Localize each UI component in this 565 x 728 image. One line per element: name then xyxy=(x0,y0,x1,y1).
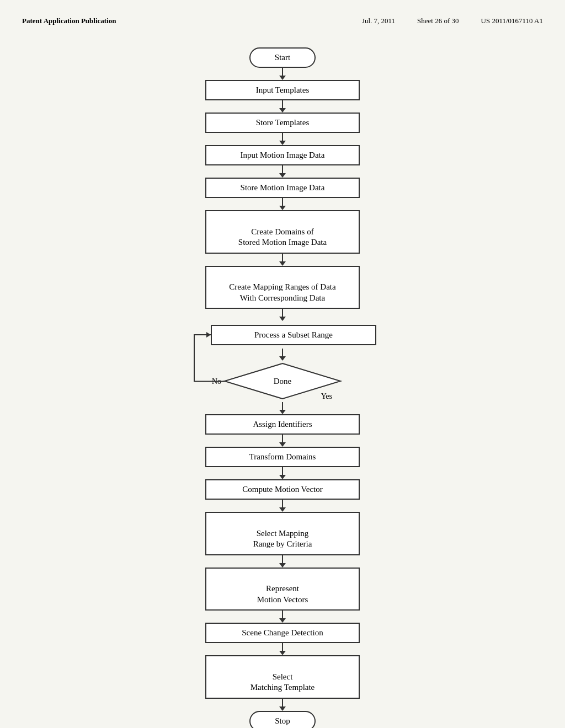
header-date: Jul. 7, 2011 xyxy=(362,17,395,25)
stop-node: Stop xyxy=(249,711,316,729)
select-mapping-node: Select MappingRange by Criteria xyxy=(205,512,360,555)
transform-domains-node: Transform Domains xyxy=(205,447,360,467)
store-templates-label: Store Templates xyxy=(256,118,310,127)
start-node: Start xyxy=(249,47,316,68)
process-subset-node: Process a Subset Range xyxy=(211,325,376,345)
store-motion-node: Store Motion Image Data xyxy=(205,178,360,198)
arrow-12 xyxy=(279,507,286,512)
input-templates-node: Input Templates xyxy=(205,80,360,100)
transform-domains-label: Transform Domains xyxy=(249,452,316,461)
connector-4 xyxy=(282,165,283,173)
arrow-10 xyxy=(279,442,286,447)
process-subset-label: Process a Subset Range xyxy=(254,330,333,339)
input-motion-node: Input Motion Image Data xyxy=(205,145,360,165)
connector-3 xyxy=(282,133,283,141)
loop-inner: → Process a Subset Range Done xyxy=(189,309,376,402)
connector-15 xyxy=(282,643,283,651)
stop-label: Stop xyxy=(275,716,290,725)
connector-8 xyxy=(282,349,283,356)
select-mapping-label: Select MappingRange by Criteria xyxy=(253,529,312,549)
connector-10 xyxy=(282,435,283,442)
arrow-9 xyxy=(279,410,286,414)
header-publication: Patent Application Publication xyxy=(22,17,116,25)
loop-section: → Process a Subset Range Done xyxy=(189,309,376,402)
subset-row: → Process a Subset Range xyxy=(189,321,376,349)
publication-label: Patent Application Publication xyxy=(22,17,116,25)
arrow-13 xyxy=(279,563,286,568)
scene-change-node: Scene Change Detection xyxy=(205,623,360,643)
create-domains-label: Create Domains ofStored Motion Image Dat… xyxy=(238,227,327,247)
done-diamond-wrapper: Done No Yes xyxy=(205,361,360,402)
create-domains-node: Create Domains ofStored Motion Image Dat… xyxy=(205,210,360,254)
page: Patent Application Publication Jul. 7, 2… xyxy=(0,0,565,728)
loop-arrow-indicator: → xyxy=(189,321,211,349)
arrow-15 xyxy=(279,651,286,655)
start-label: Start xyxy=(275,53,290,62)
arrow-3 xyxy=(279,141,286,145)
connector-11 xyxy=(282,467,283,475)
create-mapping-label: Create Mapping Ranges of DataWith Corres… xyxy=(229,282,335,302)
store-templates-node: Store Templates xyxy=(205,113,360,133)
connector-13 xyxy=(282,555,283,563)
page-header: Patent Application Publication Jul. 7, 2… xyxy=(22,17,543,25)
arrow-11 xyxy=(279,475,286,479)
compute-motion-label: Compute Motion Vector xyxy=(242,485,323,494)
arrow-6 xyxy=(279,261,286,266)
header-right: Jul. 7, 2011 Sheet 26 of 30 US 2011/0167… xyxy=(362,17,543,25)
compute-motion-node: Compute Motion Vector xyxy=(205,479,360,500)
connector-16 xyxy=(282,699,283,706)
arrow-2 xyxy=(279,108,286,113)
arrow-7 xyxy=(279,317,286,321)
input-templates-label: Input Templates xyxy=(256,85,310,94)
svg-text:Done: Done xyxy=(274,377,292,386)
represent-motion-node: RepresentMotion Vectors xyxy=(205,568,360,611)
connector-12 xyxy=(282,500,283,507)
connector-2 xyxy=(282,100,283,108)
header-sheet: Sheet 26 of 30 xyxy=(417,17,459,25)
select-matching-label: SelectMatching Template xyxy=(250,672,315,692)
connector-9 xyxy=(282,402,283,410)
connector-6 xyxy=(282,254,283,261)
store-motion-label: Store Motion Image Data xyxy=(241,183,325,192)
input-motion-label: Input Motion Image Data xyxy=(241,151,325,159)
no-label: No xyxy=(212,377,221,386)
represent-motion-label: RepresentMotion Vectors xyxy=(257,584,308,604)
arrow-5 xyxy=(279,206,286,210)
arrow-16 xyxy=(279,706,286,711)
connector-1 xyxy=(282,68,283,76)
arrow-1 xyxy=(279,76,286,80)
create-mapping-node: Create Mapping Ranges of DataWith Corres… xyxy=(205,266,360,309)
arrow-14 xyxy=(279,618,286,623)
header-patent: US 2011/0167110 A1 xyxy=(481,17,543,25)
connector-5 xyxy=(282,198,283,206)
done-diamond-svg: Done xyxy=(205,361,360,402)
arrow-4 xyxy=(279,173,286,178)
connector-7 xyxy=(282,309,283,317)
connector-14 xyxy=(282,611,283,618)
assign-identifiers-node: Assign Identifiers xyxy=(205,414,360,435)
yes-label: Yes xyxy=(321,392,332,401)
arrow-8 xyxy=(279,356,286,361)
scene-change-label: Scene Change Detection xyxy=(242,628,323,637)
assign-identifiers-label: Assign Identifiers xyxy=(253,420,312,429)
select-matching-node: SelectMatching Template xyxy=(205,655,360,699)
